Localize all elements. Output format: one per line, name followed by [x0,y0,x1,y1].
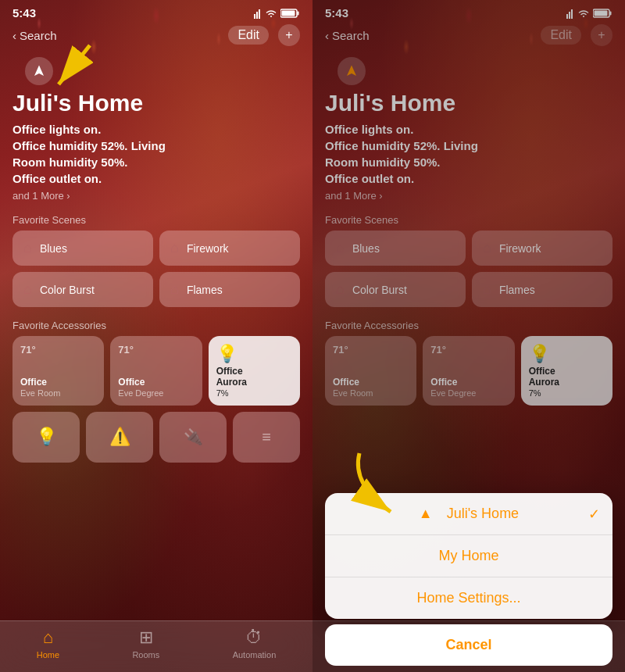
svg-line-1 [59,45,90,84]
bulb-icon: 💡 [216,344,292,364]
outlet-icon: 🔌 [184,427,203,446]
accessories-section-label: Favorite Accessories [0,313,312,336]
cancel-label: Cancel [445,637,491,652]
bulb-yellow-icon: 💡 [36,427,57,447]
right-panel: 5:43 ‹ Search Edit + J [312,0,625,672]
house-icon: ⌂ [23,281,32,298]
edit-button[interactable]: Edit [228,26,269,45]
battery-icon [280,9,300,18]
cancel-button[interactable]: Cancel [325,624,612,666]
chevron-left-icon: ‹ [12,29,16,42]
status-bar: 5:43 [0,0,312,23]
more-label: and 1 More › [12,190,70,202]
tab-automation[interactable]: ⏱ Automation [233,627,277,659]
acc-name: Office [118,377,194,388]
accessory-menu[interactable]: ≡ [233,412,300,463]
home-tab-icon: ⌂ [43,627,53,648]
home-title-area: Juli's Home Office lights on. Office hum… [0,90,312,208]
scene-name: Flames [187,284,223,296]
checkmark-icon: ✓ [588,506,600,523]
tab-home-label: Home [37,650,59,659]
svg-rect-3 [256,12,258,19]
svg-rect-4 [259,9,260,19]
status-line4: Office outlet on. [12,172,102,185]
svg-rect-6 [298,11,299,15]
signal-icon [254,8,262,19]
scene-firework[interactable]: ⌂ Firework [159,231,300,266]
wifi-icon [265,9,277,18]
rooms-tab-icon: ⊞ [139,627,153,648]
status-line1: Office lights on. [12,123,101,136]
accessories-grid: 71° Office Eve Room 71° Office Eve Degre… [0,336,312,412]
accessory-outlet[interactable]: 🔌 [159,412,227,463]
dropdown-item-label: Juli's Home [447,506,519,522]
house-icon: ⌂ [23,240,32,256]
dropdown-item-label: My Home [438,548,498,564]
scene-name: Blues [40,242,67,255]
accessory-alert[interactable]: ⚠️ [86,412,153,463]
accessory-eve-room[interactable]: 71° Office Eve Room [12,336,104,406]
status-line2: Office humidity 52%. Living [12,139,166,152]
home-status: Office lights on. Office humidity 52%. L… [12,121,300,187]
scenes-grid: ⌂ Blues ⌂ Firework ⌂ Color Burst ⌂ Flame… [0,231,312,313]
acc-name: Office [20,377,96,388]
svg-rect-2 [254,14,255,19]
tab-rooms[interactable]: ⊞ Rooms [132,627,159,659]
tab-bar: ⌂ Home ⊞ Rooms ⏱ Automation [0,620,312,672]
dropdown-item-home-settings[interactable]: Home Settings... [325,577,612,619]
scene-blues[interactable]: ⌂ Blues [12,231,153,266]
scene-flames[interactable]: ⌂ Flames [159,272,300,307]
acc-sub: 7% [216,388,292,398]
accessories-bottom-grid: 💡 ⚠️ 🔌 ≡ [0,412,312,469]
acc-temp: 71° [118,344,194,356]
more-link[interactable]: and 1 More › [12,190,300,202]
left-panel: 5:43 ‹ Search Edit + J [0,0,312,672]
accessory-light1[interactable]: 💡 [12,412,80,463]
arrow-annotation [43,38,105,100]
acc-sub: Eve Degree [118,388,194,398]
scenes-section-label: Favorite Scenes [0,208,312,231]
automation-tab-icon: ⏱ [245,627,262,648]
tab-home[interactable]: ⌂ Home [37,627,59,659]
scene-name: Firework [187,242,229,255]
left-content: 5:43 ‹ Search Edit + J [0,0,312,672]
add-button[interactable]: + [278,24,300,46]
accessory-office-aurora[interactable]: 💡 OfficeAurora 7% [209,336,300,406]
accessory-eve-degree[interactable]: 71° Office Eve Degree [110,336,202,406]
acc-temp: 71° [20,344,96,356]
tab-rooms-label: Rooms [132,650,159,659]
time: 5:43 [12,6,36,20]
arrow-annotation [336,445,430,524]
scene-color-burst[interactable]: ⌂ Color Burst [12,272,153,307]
acc-name: OfficeAurora [216,366,292,388]
status-line3: Room humidity 50%. [12,155,128,169]
header-actions: Edit + [228,24,300,46]
status-icons [254,8,300,19]
svg-rect-7 [282,10,295,16]
house-icon: ⌂ [170,281,179,298]
house-icon: ⌂ [170,240,179,256]
acc-sub: Eve Room [20,388,96,398]
tab-automation-label: Automation [233,650,277,659]
dropdown-item-my-home[interactable]: My Home [325,535,612,577]
scene-name: Color Burst [40,284,95,296]
warning-icon: ⚠️ [109,427,130,447]
dropdown-item-label: Home Settings... [416,590,520,606]
menu-icon: ≡ [262,428,271,446]
